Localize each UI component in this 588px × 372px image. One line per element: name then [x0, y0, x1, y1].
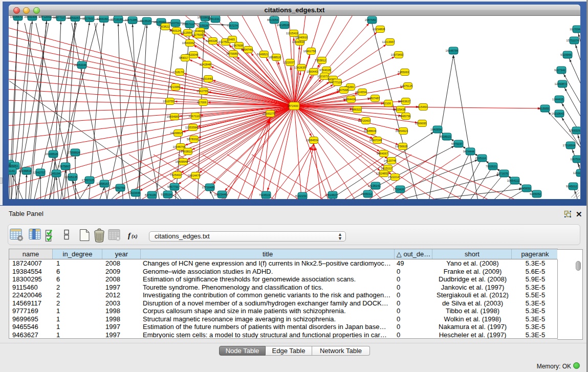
- svg-text:9245012: 9245012: [566, 185, 577, 188]
- svg-text:3624554: 3624554: [355, 91, 366, 94]
- svg-text:15465: 15465: [227, 38, 235, 41]
- svg-text:12923446: 12923446: [128, 191, 141, 194]
- svg-text:3267110: 3267110: [188, 115, 199, 118]
- svg-text:16648784: 16648784: [446, 49, 459, 52]
- svg-text:17359924: 17359924: [68, 151, 80, 154]
- svg-text:12914607: 12914607: [325, 193, 338, 196]
- svg-text:3493822: 3493822: [181, 150, 192, 153]
- svg-text:13958167: 13958167: [97, 182, 110, 185]
- svg-text:23495756: 23495756: [398, 115, 411, 118]
- svg-text:6497568: 6497568: [337, 89, 348, 92]
- svg-text:1621072: 1621072: [317, 75, 329, 78]
- svg-text:20691406: 20691406: [25, 16, 37, 18]
- svg-text:10923448: 10923448: [214, 193, 227, 196]
- svg-text:7632621: 7632621: [486, 165, 497, 168]
- svg-text:9135114: 9135114: [161, 193, 171, 196]
- svg-text:11170347: 11170347: [570, 28, 580, 31]
- svg-text:1145194: 1145194: [49, 172, 60, 175]
- svg-text:17016504: 17016504: [563, 144, 576, 147]
- svg-text:9227342: 9227342: [554, 69, 565, 72]
- svg-text:12213967: 12213967: [382, 40, 395, 43]
- svg-text:2522214: 2522214: [388, 176, 399, 179]
- svg-text:12213382: 12213382: [168, 85, 181, 89]
- svg-text:7485063: 7485063: [398, 71, 409, 74]
- svg-text:12342757: 12342757: [33, 171, 46, 174]
- svg-text:3912954: 3912954: [181, 31, 192, 34]
- svg-text:19166825: 19166825: [170, 132, 183, 135]
- svg-text:8660124: 8660124: [169, 29, 181, 32]
- svg-text:10653267: 10653267: [68, 16, 80, 19]
- svg-text:7625402: 7625402: [170, 173, 181, 177]
- svg-text:9327509: 9327509: [191, 33, 203, 36]
- svg-text:1872400: 1872400: [287, 104, 298, 107]
- svg-text:2967608: 2967608: [232, 44, 243, 47]
- svg-text:1527602: 1527602: [82, 17, 94, 20]
- svg-text:19218506: 19218506: [277, 24, 290, 27]
- svg-text:8474106: 8474106: [145, 193, 156, 196]
- svg-text:1167534: 1167534: [570, 158, 580, 161]
- svg-text:19756928: 19756928: [395, 145, 408, 148]
- svg-text:17712002: 17712002: [39, 16, 52, 18]
- svg-text:6466160: 6466160: [97, 17, 108, 20]
- svg-text:f: f: [128, 231, 132, 239]
- svg-text:14035572: 14035572: [10, 16, 23, 18]
- svg-text:1942755: 1942755: [197, 90, 208, 93]
- svg-text:14136141: 14136141: [368, 184, 381, 187]
- svg-text:989017: 989017: [179, 56, 189, 59]
- svg-text:12156819: 12156819: [19, 169, 32, 172]
- svg-text:19384554: 19384554: [306, 139, 319, 142]
- svg-text:9245052: 9245052: [530, 192, 541, 195]
- svg-text:16782759: 16782759: [113, 186, 125, 189]
- svg-text:10807487: 10807487: [367, 97, 380, 100]
- svg-text:10719185: 10719185: [111, 18, 123, 21]
- svg-text:1099695: 1099695: [415, 122, 426, 125]
- svg-text:9115460: 9115460: [416, 105, 427, 108]
- svg-text:19463627: 19463627: [398, 100, 411, 103]
- svg-text:8471676: 8471676: [497, 172, 508, 175]
- svg-text:15409948: 15409948: [176, 160, 188, 163]
- svg-text:18907249: 18907249: [369, 139, 382, 142]
- svg-text:19777109: 19777109: [330, 81, 342, 84]
- svg-text:2245012: 2245012: [361, 192, 372, 195]
- svg-text:10975867: 10975867: [58, 165, 71, 168]
- svg-text:11325419: 11325419: [286, 32, 298, 35]
- svg-text:15720407: 15720407: [358, 119, 371, 122]
- svg-text:2935114: 2935114: [475, 157, 486, 160]
- svg-text:1244415: 1244415: [552, 98, 563, 101]
- svg-text:10046766: 10046766: [173, 145, 186, 148]
- svg-text:9857791: 9857791: [167, 185, 179, 188]
- svg-text:9245652: 9245652: [519, 187, 531, 190]
- svg-text:2242848: 2242848: [200, 63, 211, 66]
- svg-text:1990443: 1990443: [307, 70, 318, 73]
- svg-text:11353594: 11353594: [185, 126, 198, 129]
- svg-text:1733426: 1733426: [393, 188, 404, 191]
- svg-text:20206526: 20206526: [46, 152, 58, 156]
- svg-text:835061: 835061: [9, 164, 18, 167]
- svg-text:1322037: 1322037: [283, 61, 294, 64]
- svg-text:9884067: 9884067: [377, 152, 388, 155]
- svg-text:(x): (x): [132, 233, 138, 239]
- svg-text:15751074: 15751074: [567, 39, 579, 42]
- svg-text:7955812: 7955812: [315, 59, 326, 62]
- svg-text:20364436: 20364436: [343, 98, 356, 101]
- svg-text:2087682: 2087682: [365, 18, 376, 21]
- svg-text:3875685: 3875685: [226, 52, 237, 55]
- svg-text:7357274: 7357274: [227, 24, 238, 27]
- svg-text:10154808: 10154808: [373, 28, 385, 31]
- svg-text:16961758: 16961758: [303, 50, 316, 53]
- svg-text:16914479: 16914479: [188, 174, 201, 177]
- svg-text:12505135: 12505135: [65, 176, 78, 179]
- svg-text:10543362: 10543362: [182, 41, 195, 45]
- svg-text:19977117: 19977117: [53, 16, 66, 19]
- svg-text:417006: 417006: [197, 101, 207, 104]
- svg-text:12010504: 12010504: [573, 171, 580, 174]
- svg-text:7986322: 7986322: [350, 108, 361, 111]
- svg-text:15693291: 15693291: [569, 129, 580, 132]
- svg-text:7515526: 7515526: [197, 24, 208, 27]
- svg-text:18588520: 18588520: [269, 56, 281, 59]
- svg-text:16210643: 16210643: [552, 112, 564, 115]
- svg-text:7663822: 7663822: [158, 25, 169, 28]
- svg-text:15716485: 15716485: [202, 186, 215, 189]
- svg-text:5878332: 5878332: [187, 138, 198, 141]
- svg-text:9146821: 9146821: [257, 53, 268, 56]
